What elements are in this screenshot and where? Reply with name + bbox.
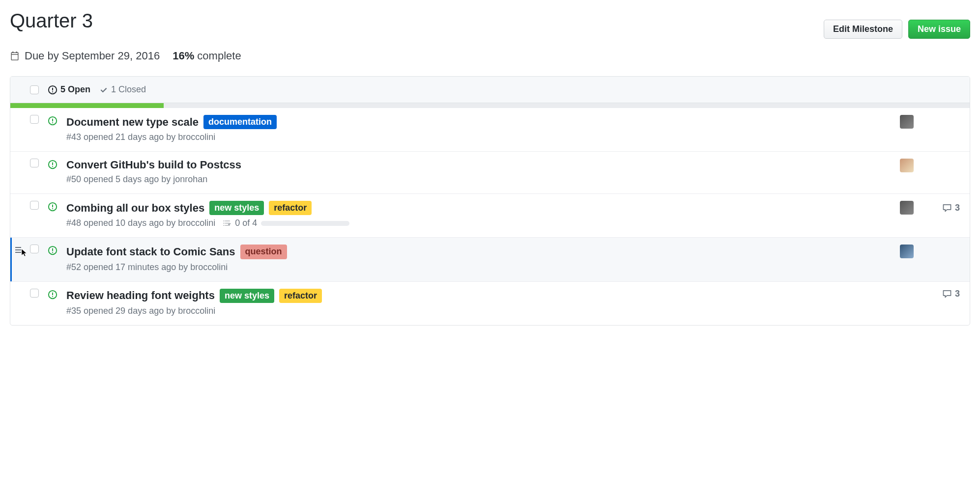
assignee-avatar[interactable] bbox=[900, 115, 914, 129]
issue-open-icon bbox=[48, 160, 58, 169]
issue-meta-text: #35 opened 29 days ago by broccolini bbox=[66, 306, 215, 316]
assignee-avatar[interactable] bbox=[900, 159, 914, 172]
alert-circle-icon bbox=[48, 85, 58, 95]
issue-open-icon bbox=[48, 116, 58, 126]
issue-meta-text: #43 opened 21 days ago by broccolini bbox=[66, 132, 215, 142]
issue-row[interactable]: Combing all our box styles new styles re… bbox=[10, 193, 970, 237]
milestone-title: Quarter 3 bbox=[10, 10, 93, 32]
due-date-text: Due by September 29, 2016 bbox=[25, 50, 160, 62]
comment-icon bbox=[942, 203, 952, 213]
tasklist-indicator: 0 of 4 bbox=[222, 218, 349, 228]
assignee-avatar[interactable] bbox=[900, 245, 914, 258]
svg-point-11 bbox=[52, 208, 53, 209]
complete-text: 16% complete bbox=[173, 50, 241, 62]
issue-checkbox[interactable] bbox=[30, 159, 39, 167]
svg-point-5 bbox=[52, 122, 53, 123]
milestone-progress-bar bbox=[10, 103, 970, 108]
issue-label[interactable]: refactor bbox=[279, 289, 322, 303]
issue-meta-text: #50 opened 5 days ago by jonrohan bbox=[66, 174, 207, 185]
issue-title-link[interactable]: Update font stack to Comic Sans bbox=[66, 246, 235, 258]
issue-label[interactable]: new styles bbox=[209, 201, 264, 215]
issue-open-icon bbox=[48, 246, 58, 255]
comments-count[interactable]: 3 bbox=[938, 289, 960, 299]
open-tab[interactable]: 5 Open bbox=[48, 84, 90, 95]
issue-row[interactable]: Review heading font weights new styles r… bbox=[10, 281, 970, 325]
svg-point-17 bbox=[52, 252, 53, 253]
issue-checkbox[interactable] bbox=[30, 245, 39, 253]
drag-handle-icon[interactable] bbox=[15, 246, 23, 253]
calendar-icon bbox=[10, 51, 20, 61]
svg-point-2 bbox=[52, 91, 53, 92]
issue-row[interactable]: Convert GitHub's build to Postcss #50 op… bbox=[10, 151, 970, 193]
issue-meta-text: #48 opened 10 days ago by broccolini bbox=[66, 218, 215, 228]
issue-open-icon bbox=[48, 202, 58, 212]
assignee-avatar[interactable] bbox=[900, 201, 914, 215]
issue-meta-text: #52 opened 17 minutes ago by broccolini bbox=[66, 262, 228, 273]
issue-open-icon bbox=[48, 290, 58, 300]
issue-row[interactable]: Document new type scale documentation #4… bbox=[10, 108, 970, 151]
new-issue-button[interactable]: New issue bbox=[908, 20, 970, 39]
issue-label[interactable]: documentation bbox=[203, 115, 277, 129]
issue-row[interactable]: Update font stack to Comic Sans question… bbox=[10, 237, 970, 281]
svg-rect-12 bbox=[15, 247, 21, 248]
issue-title-link[interactable]: Review heading font weights bbox=[66, 289, 215, 302]
edit-milestone-button[interactable]: Edit Milestone bbox=[824, 20, 902, 39]
checklist-icon bbox=[222, 219, 231, 228]
issue-title-link[interactable]: Convert GitHub's build to Postcss bbox=[66, 159, 241, 171]
svg-rect-14 bbox=[15, 252, 21, 253]
issues-box: 5 Open 1 Closed Document new type scale … bbox=[10, 76, 970, 326]
issue-title-link[interactable]: Document new type scale bbox=[66, 116, 199, 129]
svg-point-8 bbox=[52, 166, 53, 167]
comment-icon bbox=[942, 289, 952, 299]
issue-checkbox[interactable] bbox=[30, 201, 39, 210]
issue-title-link[interactable]: Combing all our box styles bbox=[66, 202, 204, 215]
svg-rect-13 bbox=[15, 249, 21, 250]
issue-checkbox[interactable] bbox=[30, 115, 39, 124]
closed-tab[interactable]: 1 Closed bbox=[99, 84, 146, 95]
select-all-checkbox[interactable] bbox=[30, 85, 39, 94]
svg-point-20 bbox=[52, 296, 53, 297]
issues-box-header: 5 Open 1 Closed bbox=[10, 77, 970, 103]
check-icon bbox=[99, 85, 108, 94]
issue-label[interactable]: refactor bbox=[269, 201, 312, 215]
issue-checkbox[interactable] bbox=[30, 289, 39, 298]
comments-count[interactable]: 3 bbox=[938, 203, 960, 213]
issue-label[interactable]: new styles bbox=[220, 289, 274, 303]
issue-label[interactable]: question bbox=[240, 245, 287, 259]
